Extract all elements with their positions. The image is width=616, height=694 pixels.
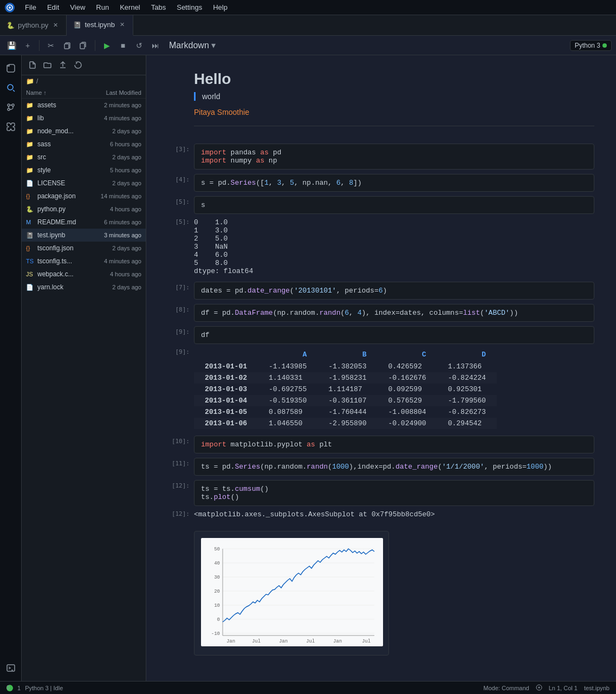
cell-11-code[interactable]: ts = pd.Series(np.random.randn(1000),ind… bbox=[194, 458, 594, 476]
sidebar-icon-explorer[interactable] bbox=[2, 60, 20, 77]
file-list-header: Name ↑ Last Modified bbox=[22, 87, 146, 99]
upload-button[interactable] bbox=[56, 59, 69, 72]
df-cell: -1.008804 bbox=[377, 406, 437, 418]
df-cell: -1.799560 bbox=[437, 395, 497, 406]
restart-button[interactable]: ↺ bbox=[132, 38, 146, 53]
menu-settings[interactable]: Settings bbox=[172, 2, 206, 12]
file-modified-label: 14 minutes ago bbox=[87, 193, 141, 199]
notebook-link[interactable]: Pitaya Smoothie bbox=[194, 108, 249, 116]
kernel-status-label: Python 3 | Idle bbox=[25, 685, 63, 691]
tab-python-py[interactable]: 🐍 python.py ✕ bbox=[0, 15, 67, 36]
file-item[interactable]: 📁 src 2 days ago bbox=[22, 151, 146, 164]
file-type-icon: 📓 bbox=[26, 232, 35, 239]
df-header-c: C bbox=[377, 348, 437, 361]
statusbar: 0 1 Python 3 | Idle Mode: Command Ln 1, … bbox=[0, 681, 616, 694]
tab-python-close[interactable]: ✕ bbox=[51, 21, 60, 29]
kernel-selector[interactable]: Python 3 bbox=[570, 40, 612, 51]
file-item[interactable]: 📁 style 5 hours ago bbox=[22, 164, 146, 177]
cell-10-code[interactable]: import matplotlib.pyplot as plt bbox=[194, 436, 594, 453]
status-left: 0 1 Python 3 | Idle bbox=[7, 685, 479, 691]
file-item[interactable]: M README.md 6 minutes ago bbox=[22, 216, 146, 229]
restart-run-button[interactable]: ⏭ bbox=[148, 38, 163, 53]
sidebar-icon-extensions[interactable] bbox=[2, 118, 20, 135]
tab-test-ipynb[interactable]: 📓 test.ipynb ✕ bbox=[67, 15, 133, 36]
file-item[interactable]: 📓 test.ipynb 3 minutes ago bbox=[22, 229, 146, 242]
df-row-index: 2013-01-02 bbox=[194, 372, 258, 384]
sidebar-icon-search[interactable] bbox=[2, 79, 20, 96]
run-button[interactable]: ▶ bbox=[100, 38, 114, 53]
cell-12: [12]: ts = ts.cumsum() ts.plot() [12]: <… bbox=[168, 480, 594, 658]
file-item[interactable]: 📄 yarn.lock 2 days ago bbox=[22, 281, 146, 294]
paste-button[interactable] bbox=[76, 38, 90, 53]
svg-text:Jan: Jan bbox=[333, 639, 342, 644]
file-name-label: node_mod... bbox=[37, 127, 87, 135]
cell-4-code[interactable]: s = pd.Series([1, 3, 5, np.nan, 6, 8]) bbox=[194, 174, 594, 192]
file-modified-label: 2 days ago bbox=[87, 180, 141, 186]
menu-help[interactable]: Help bbox=[209, 2, 232, 12]
cell-9-code[interactable]: df bbox=[194, 326, 594, 344]
py-file-icon: 🐍 bbox=[7, 22, 15, 29]
df-row-index: 2013-01-04 bbox=[194, 395, 258, 406]
tab-notebook-close[interactable]: ✕ bbox=[118, 21, 126, 29]
status-right: Mode: Command Ln 1, Col 1 test.ipynb bbox=[483, 684, 609, 692]
menu-kernel[interactable]: Kernel bbox=[115, 2, 145, 12]
nb-file-icon: 📓 bbox=[73, 21, 81, 29]
cell-4-number: [4]: bbox=[168, 174, 190, 183]
horizontal-rule bbox=[194, 126, 594, 126]
file-name-label: yarn.lock bbox=[37, 283, 87, 291]
file-item[interactable]: {} package.json 14 minutes ago bbox=[22, 190, 146, 203]
file-name-label: src bbox=[37, 153, 87, 161]
copy-button[interactable] bbox=[60, 38, 74, 53]
file-item[interactable]: 🐍 python.py 4 hours ago bbox=[22, 203, 146, 216]
file-item[interactable]: 📁 assets 2 minutes ago bbox=[22, 99, 146, 112]
menu-tabs[interactable]: Tabs bbox=[147, 2, 170, 12]
sidebar-icon-terminal[interactable] bbox=[2, 659, 20, 677]
modified-column-header[interactable]: Last Modified bbox=[87, 89, 141, 96]
cell-3-code[interactable]: import pandas as pd import numpy as np bbox=[194, 144, 594, 170]
name-column-header[interactable]: Name ↑ bbox=[26, 89, 87, 96]
cell-7-code[interactable]: dates = pd.date_range('20130101', period… bbox=[194, 282, 594, 300]
df-row: 2013-01-03-0.6927551.1141870.0925990.925… bbox=[194, 384, 497, 395]
cell-8-code[interactable]: df = pd.DataFrame(np.random.randn(6, 4),… bbox=[194, 304, 594, 322]
new-folder-button[interactable] bbox=[41, 59, 54, 72]
svg-text:Jan: Jan bbox=[226, 639, 235, 644]
file-item[interactable]: 📁 lib 4 minutes ago bbox=[22, 112, 146, 125]
stop-button[interactable]: ■ bbox=[116, 38, 130, 53]
refresh-button[interactable] bbox=[72, 59, 85, 72]
file-name-label: sass bbox=[37, 140, 87, 148]
cell-type-select[interactable]: Markdown ▾ bbox=[169, 40, 216, 50]
plot-container: 50 40 30 20 10 0 -10 Jan Jul Jan Jul bbox=[194, 531, 389, 656]
cell-12-code[interactable]: ts = ts.cumsum() ts.plot() bbox=[194, 480, 594, 506]
file-modified-label: 2 days ago bbox=[87, 245, 141, 251]
menu-run[interactable]: Run bbox=[92, 2, 113, 12]
cell-5-input: [5]: s bbox=[168, 196, 594, 214]
file-item[interactable]: 📁 node_mod... 2 days ago bbox=[22, 125, 146, 138]
menu-edit[interactable]: Edit bbox=[43, 2, 63, 12]
filename-label: test.ipynb bbox=[584, 685, 609, 691]
file-type-icon: {} bbox=[26, 245, 35, 251]
file-item[interactable]: JS webpack.c... 4 hours ago bbox=[22, 268, 146, 281]
file-item[interactable]: 📁 sass 6 hours ago bbox=[22, 138, 146, 151]
df-cell: -1.382053 bbox=[317, 361, 377, 372]
encoding-label bbox=[536, 684, 542, 692]
menu-file[interactable]: File bbox=[21, 2, 41, 12]
file-item[interactable]: TS tsconfig.ts... 4 minutes ago bbox=[22, 255, 146, 268]
svg-point-8 bbox=[8, 108, 10, 111]
cell-5: [5]: s [5]: 0 1.0 1 3.0 2 5.0 3 NaN 4 6.… bbox=[168, 196, 594, 277]
notebook-area[interactable]: Hello world Pitaya Smoothie [3]: import … bbox=[146, 55, 616, 681]
file-item[interactable]: 📄 LICENSE 2 days ago bbox=[22, 177, 146, 190]
menu-view[interactable]: View bbox=[66, 2, 89, 12]
markdown-body: Hello world Pitaya Smoothie bbox=[194, 66, 594, 139]
add-cell-button[interactable]: + bbox=[21, 38, 35, 53]
file-item[interactable]: {} tsconfig.json 2 days ago bbox=[22, 242, 146, 255]
df-cell: -2.955890 bbox=[317, 418, 377, 429]
save-button[interactable]: 💾 bbox=[4, 38, 18, 53]
cell-5-code[interactable]: s bbox=[194, 196, 594, 214]
svg-rect-3 bbox=[64, 44, 69, 49]
cell-9-input: [9]: df bbox=[168, 326, 594, 344]
new-file-button[interactable] bbox=[26, 59, 39, 72]
file-type-icon: 📄 bbox=[26, 180, 35, 187]
cut-button[interactable]: ✂ bbox=[44, 38, 58, 53]
file-type-icon: 📁 bbox=[26, 154, 35, 161]
sidebar-icon-git[interactable] bbox=[2, 99, 20, 116]
